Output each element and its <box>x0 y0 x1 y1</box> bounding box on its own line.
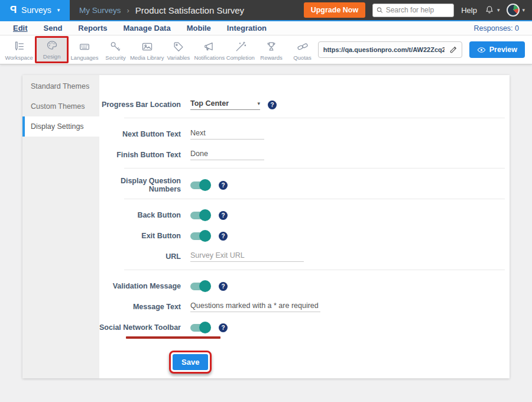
validation-message-label: Validation Message <box>99 282 190 290</box>
workspace-icon <box>12 40 25 53</box>
avatar <box>507 4 520 17</box>
design-icon <box>46 39 59 52</box>
exit-url-input[interactable] <box>190 251 304 262</box>
progress-bar-location-select[interactable]: Top Center ▾ <box>190 99 260 110</box>
finish-button-text-input[interactable] <box>190 150 264 160</box>
exit-button-toggle[interactable] <box>190 232 209 240</box>
exit-button-row: Exit Button <box>99 228 510 244</box>
breadcrumb-my-surveys[interactable]: My Surveys <box>79 6 121 15</box>
languages-icon <box>78 40 91 53</box>
toolbar-item-rewards[interactable]: Rewards <box>256 39 287 61</box>
toolbar-item-quotas[interactable]: Quotas <box>287 39 317 61</box>
exit-url-label: URL <box>99 252 190 261</box>
nav-tab-send[interactable]: Send <box>44 24 63 33</box>
help-search[interactable] <box>372 4 454 17</box>
divider <box>124 270 505 270</box>
exit-url-row: URL <box>99 249 510 264</box>
sidebar-item-standard-themes[interactable]: Standard Themes <box>22 76 99 96</box>
message-text-label: Message Text <box>99 303 190 311</box>
themes-sidebar: Standard Themes Custom Themes Display Se… <box>22 75 99 378</box>
display-question-numbers-label: Display Question Numbers <box>99 177 190 193</box>
display-question-numbers-toggle[interactable] <box>190 181 209 189</box>
display-settings-form: Progress Bar Location Top Center ▾ Next … <box>99 75 510 378</box>
sidebar-item-display-settings[interactable]: Display Settings <box>22 116 99 137</box>
help-icon[interactable] <box>219 323 228 332</box>
magic-wand-icon <box>234 40 247 53</box>
annotation-red-underline <box>126 336 220 339</box>
progress-bar-location-row: Progress Bar Location Top Center ▾ <box>99 97 510 112</box>
message-text-input[interactable] <box>190 302 320 312</box>
toolbar-item-variables[interactable]: Variables <box>163 39 194 61</box>
next-button-text-row: Next Button Text <box>99 127 510 142</box>
toolbar-item-completion[interactable]: Completion <box>225 39 256 61</box>
toolbar-item-design[interactable]: Design <box>35 36 68 63</box>
survey-nav: Edit Send Reports Manage Data Mobile Int… <box>0 21 532 35</box>
divider <box>124 118 505 118</box>
nav-tab-integration[interactable]: Integration <box>227 24 267 33</box>
social-network-toolbar-toggle[interactable] <box>190 324 209 332</box>
preview-button-label: Preview <box>489 46 517 54</box>
back-button-toggle[interactable] <box>190 212 209 219</box>
annotation-red-box: Save <box>169 351 212 374</box>
exit-button-label: Exit Button <box>99 232 190 240</box>
next-button-text-input[interactable] <box>190 129 264 140</box>
preview-button[interactable]: Preview <box>469 41 525 58</box>
toolbar-item-workspace[interactable]: Workspace <box>4 39 34 61</box>
back-button-label: Back Button <box>99 211 190 219</box>
variables-icon <box>172 40 185 53</box>
social-network-toolbar-label: Social Network Toolbar <box>99 323 190 332</box>
megaphone-icon <box>203 40 216 53</box>
back-button-row: Back Button <box>99 208 510 223</box>
toolbar-item-media-library[interactable]: Media Library <box>131 39 163 61</box>
progress-bar-location-value: Top Center <box>190 99 229 108</box>
top-header: P Surveys ▾ My Surveys › Product Satisfa… <box>0 0 532 21</box>
nav-tab-manage-data[interactable]: Manage Data <box>123 24 170 33</box>
nav-tab-edit[interactable]: Edit <box>13 24 28 33</box>
save-button[interactable]: Save <box>173 354 208 370</box>
survey-url: https://qa.questionpro.com/t/AW22Zcq2J <box>323 46 445 53</box>
edit-url-icon[interactable] <box>449 46 457 54</box>
message-text-row: Message Text <box>99 299 510 315</box>
divider <box>124 199 505 199</box>
design-settings-card: Standard Themes Custom Themes Display Se… <box>22 75 510 378</box>
validation-message-toggle[interactable] <box>190 283 209 290</box>
search-input[interactable] <box>386 6 450 14</box>
next-button-text-label: Next Button Text <box>99 130 190 138</box>
security-icon <box>109 40 122 53</box>
sidebar-item-custom-themes[interactable]: Custom Themes <box>22 96 99 116</box>
upgrade-now-button[interactable]: Upgrade Now <box>304 2 366 18</box>
help-icon[interactable] <box>219 181 228 190</box>
validation-message-row: Validation Message <box>99 278 510 294</box>
help-link[interactable]: Help <box>461 6 477 15</box>
questionpro-logo-icon: P <box>10 4 17 16</box>
help-icon[interactable] <box>219 211 228 220</box>
toolbar-item-notifications[interactable]: Notifications <box>194 39 225 61</box>
survey-url-field[interactable]: https://qa.questionpro.com/t/AW22Zcq2J <box>318 41 462 58</box>
divider <box>124 168 505 168</box>
nav-tab-mobile[interactable]: Mobile <box>187 24 211 33</box>
eye-icon <box>477 47 486 53</box>
chain-link-icon <box>296 40 309 53</box>
toolbar-item-security[interactable]: Security <box>100 39 131 61</box>
chevron-down-icon: ▾ <box>522 7 525 13</box>
account-menu[interactable]: ▾ <box>507 4 525 17</box>
product-menu-label: Surveys <box>21 5 51 15</box>
bell-icon <box>484 5 495 15</box>
display-question-numbers-row: Display Question Numbers <box>99 177 510 193</box>
media-library-icon <box>141 40 154 53</box>
trophy-icon <box>265 40 278 53</box>
finish-button-text-row: Finish Button Text <box>99 147 510 163</box>
responses-count: Responses: 0 <box>474 24 519 33</box>
breadcrumb-separator: › <box>127 6 129 15</box>
page-title: Product Satisfaction Survey <box>135 5 244 15</box>
product-switcher[interactable]: P Surveys ▾ <box>0 0 70 21</box>
help-icon[interactable] <box>219 232 228 241</box>
breadcrumb: My Surveys › Product Satisfaction Survey <box>79 5 244 15</box>
toolbar-item-languages[interactable]: Languages <box>69 39 100 61</box>
help-icon[interactable] <box>268 100 277 109</box>
chevron-down-icon: ▾ <box>257 100 260 106</box>
nav-tab-reports[interactable]: Reports <box>78 24 107 33</box>
chevron-down-icon: ▾ <box>57 7 60 13</box>
notifications-menu[interactable]: ▾ <box>484 5 500 15</box>
help-icon[interactable] <box>219 282 228 291</box>
